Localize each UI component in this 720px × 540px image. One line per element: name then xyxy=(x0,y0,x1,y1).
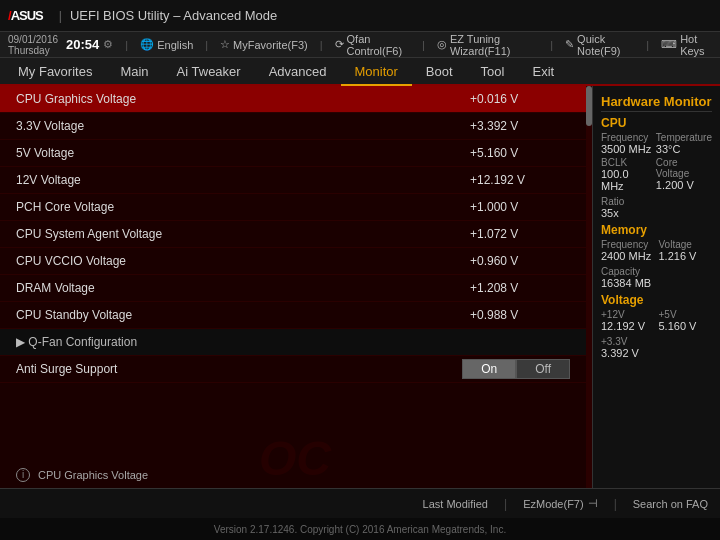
top-bar: /ASUS | UEFI BIOS Utility – Advanced Mod… xyxy=(0,0,720,32)
bios-title: UEFI BIOS Utility – Advanced Mode xyxy=(70,8,277,23)
settings-icon[interactable]: ⚙ xyxy=(103,38,113,51)
nav-myfavorites[interactable]: My Favorites xyxy=(4,58,106,86)
key-icon: ⌨ xyxy=(661,38,677,51)
search-faq-label: Search on FAQ xyxy=(633,498,708,510)
table-row[interactable]: CPU System Agent Voltage +1.072 V xyxy=(0,221,586,248)
cpu-bclk: BCLK 100.0 MHz xyxy=(601,157,652,192)
v12: +12V 12.192 V xyxy=(601,309,655,332)
antisurge-off-button[interactable]: Off xyxy=(516,359,570,379)
info-icon: i xyxy=(16,468,30,482)
row-label: 5V Voltage xyxy=(16,146,470,160)
quicknote-item[interactable]: ✎ Quick Note(F9) xyxy=(565,33,634,57)
row-value: +12.192 V xyxy=(470,173,570,187)
qfan-item[interactable]: ⟳ Qfan Control(F6) xyxy=(335,33,411,57)
memory-section-title: Memory xyxy=(601,223,712,237)
mem-volt: Voltage 1.216 V xyxy=(659,239,713,262)
version-bar: Version 2.17.1246. Copyright (C) 2016 Am… xyxy=(0,518,720,540)
table-row[interactable]: 3.3V Voltage +3.392 V xyxy=(0,113,586,140)
tuning-icon: ◎ xyxy=(437,38,447,51)
table-row[interactable]: CPU Standby Voltage +0.988 V xyxy=(0,302,586,329)
nav-boot[interactable]: Boot xyxy=(412,58,467,86)
row-value: +0.016 V xyxy=(470,92,570,106)
v5: +5V 5.160 V xyxy=(659,309,713,332)
voltage-grid: +12V 12.192 V +5V 5.160 V xyxy=(601,309,712,332)
divider: | xyxy=(59,9,62,23)
nav-advanced[interactable]: Advanced xyxy=(255,58,341,86)
row-value: +1.072 V xyxy=(470,227,570,241)
row-value: +0.988 V xyxy=(470,308,570,322)
nav-aitweaker[interactable]: Ai Tweaker xyxy=(163,58,255,86)
antisurge-on-button[interactable]: On xyxy=(462,359,516,379)
last-modified-item[interactable]: Last Modified xyxy=(423,498,488,510)
table-row[interactable]: 5V Voltage +5.160 V xyxy=(0,140,586,167)
row-label: PCH Core Voltage xyxy=(16,200,470,214)
row-label: CPU Graphics Voltage xyxy=(16,92,470,106)
main-layout: CPU Graphics Voltage +0.016 V 3.3V Volta… xyxy=(0,86,720,488)
myfavorite-item[interactable]: ☆ MyFavorite(F3) xyxy=(220,38,308,51)
search-faq-item[interactable]: Search on FAQ xyxy=(633,498,708,510)
row-value: +3.392 V xyxy=(470,119,570,133)
version-text: Version 2.17.1246. Copyright (C) 2016 Am… xyxy=(214,524,506,535)
table-row[interactable]: CPU Graphics Voltage +0.016 V xyxy=(0,86,586,113)
voltage-section-title: Voltage xyxy=(601,293,712,307)
qfan-section[interactable]: ▶ Q-Fan Configuration xyxy=(0,329,586,356)
content-area: CPU Graphics Voltage +0.016 V 3.3V Volta… xyxy=(0,86,586,488)
info-bar: 09/01/2016 Thursday 20:54 ⚙ | 🌐 English … xyxy=(0,32,720,58)
v33: +3.3V 3.392 V xyxy=(601,336,712,359)
cpu-grid: Frequency 3500 MHz Temperature 33°C BCLK… xyxy=(601,132,712,192)
star-icon: ☆ xyxy=(220,38,230,51)
hw-monitor-title: Hardware Monitor xyxy=(601,94,712,112)
row-label: 12V Voltage xyxy=(16,173,470,187)
ezmode-item[interactable]: EzMode(F7) ⊣ xyxy=(523,497,598,510)
cpu-section-title: CPU xyxy=(601,116,712,130)
globe-icon: 🌐 xyxy=(140,38,154,51)
info-text: CPU Graphics Voltage xyxy=(38,469,148,481)
qfan-label: ▶ Q-Fan Configuration xyxy=(16,335,570,349)
mem-freq: Frequency 2400 MHz xyxy=(601,239,655,262)
cpu-ratio: Ratio 35x xyxy=(601,196,712,219)
fan-icon: ⟳ xyxy=(335,38,344,51)
row-label: 3.3V Voltage xyxy=(16,119,470,133)
mem-capacity: Capacity 16384 MB xyxy=(601,266,712,289)
row-value: +1.208 V xyxy=(470,281,570,295)
nav-main[interactable]: Main xyxy=(106,58,162,86)
nav-exit[interactable]: Exit xyxy=(518,58,568,86)
note-icon: ✎ xyxy=(565,38,574,51)
row-label: CPU VCCIO Voltage xyxy=(16,254,470,268)
hardware-monitor-panel: Hardware Monitor CPU Frequency 3500 MHz … xyxy=(592,86,720,488)
nav-bar: My Favorites Main Ai Tweaker Advanced Mo… xyxy=(0,58,720,86)
asus-logo: /ASUS xyxy=(8,8,43,23)
eztuning-item[interactable]: ◎ EZ Tuning Wizard(F11) xyxy=(437,33,538,57)
clock: 20:54 xyxy=(66,37,99,52)
date-sub: 09/01/2016 Thursday xyxy=(8,34,58,56)
row-value: +0.960 V xyxy=(470,254,570,268)
last-modified-label: Last Modified xyxy=(423,498,488,510)
row-value: +1.000 V xyxy=(470,200,570,214)
table-row[interactable]: CPU VCCIO Voltage +0.960 V xyxy=(0,248,586,275)
row-label: CPU System Agent Voltage xyxy=(16,227,470,241)
row-value: +5.160 V xyxy=(470,146,570,160)
cpu-freq-label: Frequency 3500 MHz xyxy=(601,132,652,155)
info-row: i CPU Graphics Voltage xyxy=(0,461,586,488)
toggle-buttons: On Off xyxy=(462,359,570,379)
ezmode-label: EzMode(F7) xyxy=(523,498,584,510)
table-row[interactable]: PCH Core Voltage +1.000 V xyxy=(0,194,586,221)
row-label: DRAM Voltage xyxy=(16,281,470,295)
footer-bar: Last Modified | EzMode(F7) ⊣ | Search on… xyxy=(0,488,720,518)
language-item[interactable]: 🌐 English xyxy=(140,38,193,51)
cpu-temp-label: Temperature 33°C xyxy=(656,132,712,155)
cpu-corevolt: Core Voltage 1.200 V xyxy=(656,157,712,192)
nav-tool[interactable]: Tool xyxy=(467,58,519,86)
nav-monitor[interactable]: Monitor xyxy=(341,58,412,86)
memory-grid: Frequency 2400 MHz Voltage 1.216 V xyxy=(601,239,712,262)
hotkeys-item[interactable]: ⌨ Hot Keys xyxy=(661,33,712,57)
table-row[interactable]: DRAM Voltage +1.208 V xyxy=(0,275,586,302)
antisurge-label: Anti Surge Support xyxy=(16,362,462,376)
ezmode-icon: ⊣ xyxy=(588,497,598,510)
table-row[interactable]: 12V Voltage +12.192 V xyxy=(0,167,586,194)
antisurge-row: Anti Surge Support On Off xyxy=(0,356,586,383)
voltage-table: CPU Graphics Voltage +0.016 V 3.3V Volta… xyxy=(0,86,586,461)
row-label: CPU Standby Voltage xyxy=(16,308,470,322)
